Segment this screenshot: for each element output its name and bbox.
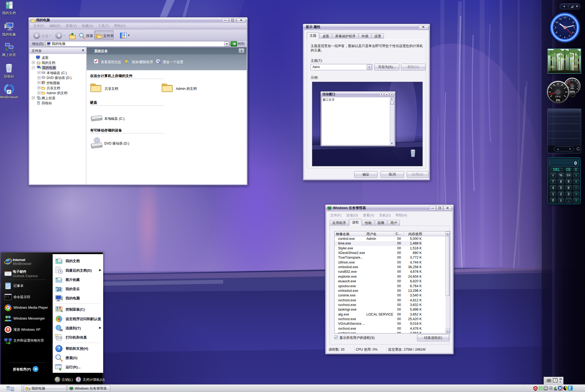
svg-text:3: 3	[573, 26, 575, 29]
svg-text:?: ?	[57, 346, 60, 351]
svg-text:11: 11	[559, 17, 562, 20]
svg-text:6: 6	[564, 36, 565, 39]
svg-text:5: 5	[569, 35, 570, 37]
svg-text:C:\_: C:\_	[5, 296, 11, 298]
svg-text:7: 7	[559, 35, 561, 37]
svg-text:100: 100	[566, 87, 569, 88]
svg-text:9: 9	[555, 26, 556, 29]
svg-text:?: ?	[554, 379, 556, 382]
svg-text:12: 12	[563, 16, 566, 19]
svg-text:60: 60	[557, 81, 559, 82]
svg-text:4: 4	[572, 31, 573, 34]
svg-text:vm: vm	[544, 387, 547, 390]
svg-text:80: 80	[563, 82, 565, 84]
svg-text:34%: 34%	[569, 90, 575, 93]
svg-text:40: 40	[551, 82, 553, 84]
svg-text:10: 10	[556, 21, 558, 24]
svg-text:2: 2	[572, 21, 574, 24]
svg-text:CPU: CPU	[555, 95, 561, 98]
svg-text:1: 1	[569, 17, 570, 20]
svg-text:0%: 0%	[556, 99, 560, 102]
svg-text:8: 8	[556, 31, 557, 34]
svg-text:MEM: MEM	[571, 88, 574, 89]
svg-text:20: 20	[548, 87, 550, 88]
